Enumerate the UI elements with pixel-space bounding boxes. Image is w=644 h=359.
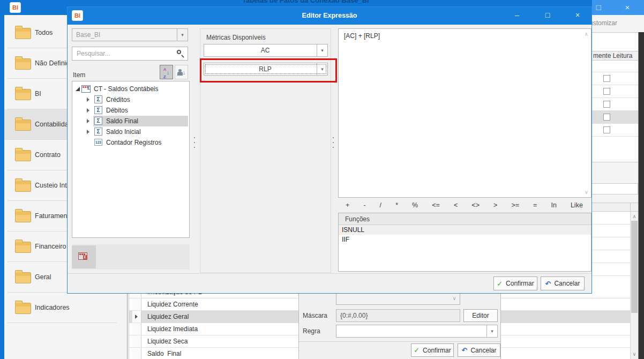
metric-list: Imobilização do PL Liquidez Corrente Liq… xyxy=(129,286,298,359)
tree-item-contador-registros[interactable]: 123 Contador Registros xyxy=(72,137,189,148)
search-input[interactable] xyxy=(76,48,167,59)
tree-item-debitos[interactable]: Σ Débitos xyxy=(72,105,189,116)
scroll-down-icon[interactable]: ∨ xyxy=(631,350,638,358)
collapsed-icon[interactable] xyxy=(87,98,89,102)
screen: BI Tabelas de Fatos da Conexão Base_BI □… xyxy=(0,0,644,359)
operator-button[interactable]: = xyxy=(533,201,537,209)
parent-close-button[interactable]: × xyxy=(619,0,635,15)
folder-icon xyxy=(15,58,31,70)
vertical-scrollbar[interactable]: ∧ ∨ xyxy=(630,212,638,359)
modal-logo-icon: BI xyxy=(72,10,83,21)
operator-button[interactable]: <= xyxy=(432,201,440,209)
modal-confirm-button[interactable]: ✓ Confirmar xyxy=(493,276,537,290)
operator-button[interactable]: / xyxy=(380,201,381,209)
readonly-checkbox[interactable] xyxy=(603,88,610,95)
tree-footer-strip: Σ xyxy=(72,244,190,270)
collapsed-icon[interactable] xyxy=(87,130,89,134)
operator-button[interactable]: >= xyxy=(511,201,519,209)
undo-icon: ↶ xyxy=(462,346,468,354)
readonly-checkbox[interactable] xyxy=(603,101,610,108)
modal-cancel-button[interactable]: ↶ Cancelar xyxy=(541,276,585,290)
table-row[interactable] xyxy=(501,348,630,359)
readonly-checkbox[interactable] xyxy=(603,75,610,82)
metric-slot-ac[interactable]: AC ▾ xyxy=(204,44,328,57)
operator-button[interactable]: In xyxy=(551,201,556,209)
modal-minimize-button[interactable]: – xyxy=(508,7,526,25)
list-item[interactable]: Saldo Final xyxy=(129,348,298,359)
bg-cancel-button[interactable]: ↶ Cancelar xyxy=(458,343,500,357)
dropdown-arrow-icon[interactable]: ▾ xyxy=(486,325,497,337)
tree-root-row[interactable]: Σ CT - Saldos Contábeis xyxy=(72,84,189,94)
scrollbar-thumb[interactable] xyxy=(631,221,638,313)
folder-icon xyxy=(15,272,31,283)
editor-button[interactable]: Editor xyxy=(463,309,498,322)
dialog-left-border xyxy=(127,286,128,359)
row-indicator-cell xyxy=(132,323,141,335)
list-item[interactable]: Liquidez Imediata xyxy=(129,323,298,335)
row-indicator-cell xyxy=(132,348,141,359)
collapsed-icon[interactable] xyxy=(87,119,89,123)
list-item[interactable]: Liquidez Seca xyxy=(129,335,298,348)
sigma-icon: Σ xyxy=(94,117,102,125)
table-row-selected[interactable] xyxy=(501,311,630,323)
annotation-highlight-rectangle xyxy=(200,58,337,83)
modal-maximize-button[interactable]: □ xyxy=(538,7,557,25)
table-row[interactable] xyxy=(501,335,630,348)
operator-button[interactable]: * xyxy=(395,201,398,209)
folder-icon xyxy=(15,28,31,39)
window-right-edge xyxy=(638,32,644,359)
folder-icon xyxy=(15,181,31,192)
tree-item-creditos[interactable]: Σ Créditos xyxy=(72,94,189,105)
operator-button[interactable]: + xyxy=(346,201,349,209)
operator-button[interactable]: Like xyxy=(571,201,583,209)
folder-icon xyxy=(15,150,31,161)
operator-button[interactable]: > xyxy=(493,201,497,209)
collapsed-icon[interactable] xyxy=(87,108,89,113)
modal-close-button[interactable]: × xyxy=(568,7,587,25)
tree-item-saldo-final-selected[interactable]: Σ Saldo Final xyxy=(72,116,189,126)
mascara-label: Máscara xyxy=(303,312,327,319)
operator-button[interactable]: < xyxy=(454,201,458,209)
function-item[interactable]: IIF xyxy=(339,235,591,244)
readonly-checkbox[interactable] xyxy=(603,114,610,121)
tree-item-saldo-inicial[interactable]: Σ Saldo Inicial xyxy=(72,126,189,137)
window-left-edge xyxy=(0,0,4,359)
splitter-handle[interactable] xyxy=(333,137,334,148)
table-row[interactable] xyxy=(501,298,630,311)
function-item[interactable]: ISNULL xyxy=(339,225,591,235)
available-metrics-header: Métricas Disponíveis xyxy=(206,34,266,41)
metrics-grid-header-corner xyxy=(630,203,638,212)
list-item[interactable]: Liquidez Corrente xyxy=(129,298,298,311)
parent-maximize-button[interactable]: □ xyxy=(590,0,606,15)
table-row[interactable] xyxy=(501,323,630,335)
customize-link[interactable]: ustomizar xyxy=(589,19,638,29)
scroll-up-icon[interactable]: ∧ xyxy=(631,213,638,220)
folder-icon xyxy=(15,89,31,100)
regra-combo[interactable]: ▾ xyxy=(336,325,498,338)
operator-button[interactable]: - xyxy=(363,201,365,209)
search-box[interactable] xyxy=(72,47,188,61)
regra-label: Regra xyxy=(303,327,320,335)
expression-textarea[interactable]: [AC] + [RLP] ∧ ∨ xyxy=(338,28,591,198)
form-divider xyxy=(299,341,500,342)
expanded-icon[interactable] xyxy=(76,87,80,91)
list-item-selected[interactable]: Liquidez Geral xyxy=(129,311,298,323)
readonly-checkbox[interactable] xyxy=(603,126,610,133)
splitter-handle[interactable] xyxy=(194,137,196,148)
modal-footer-divider xyxy=(68,273,591,274)
counter-icon: 123 xyxy=(94,139,102,146)
group-by-user-button[interactable]: ↓ xyxy=(175,65,188,79)
sort-az-button[interactable]: A Z ↓ xyxy=(160,65,173,79)
arrow-down-icon: ↓ xyxy=(183,69,186,76)
mascara-field[interactable]: {0:#,0.00} xyxy=(336,309,460,322)
sidebar-item-indicadores[interactable]: Indicadores xyxy=(4,293,127,323)
operator-button[interactable]: <> xyxy=(471,201,480,209)
metrics-grid-right-lower xyxy=(501,286,630,359)
bg-confirm-button[interactable]: ✓ Confirmar xyxy=(411,343,454,357)
dropdown-arrow-icon[interactable]: ▾ xyxy=(317,44,327,56)
arrow-down-icon: ↓ xyxy=(167,69,170,76)
functions-panel: Funções ISNULL IIF xyxy=(338,213,591,272)
check-icon: ✓ xyxy=(414,346,420,354)
operator-button[interactable]: % xyxy=(412,201,418,209)
fact-table-toggle-button[interactable]: Σ xyxy=(72,245,96,268)
